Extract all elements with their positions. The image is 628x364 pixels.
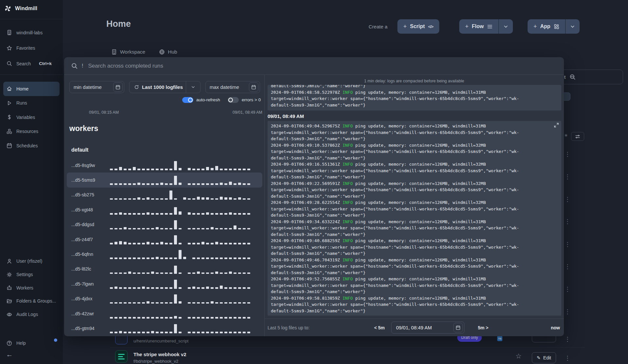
row-menu-button[interactable]: ⋮ xyxy=(565,196,570,202)
code-icon: </> xyxy=(428,24,433,29)
sidebar-item-resources[interactable]: Resources xyxy=(0,124,63,139)
tab-hub-label: Hub xyxy=(168,49,177,55)
tab-workspace[interactable]: Workspace xyxy=(111,49,145,55)
worker-name: ...d5-7lgwn xyxy=(71,281,110,287)
worker-row[interactable]: ...d5-ddgsd xyxy=(67,217,262,232)
row-menu-button[interactable]: ⋮ xyxy=(565,286,570,292)
worker-row[interactable]: ...d5-4jdxx xyxy=(67,291,262,306)
max-datetime-input[interactable]: max datetime xyxy=(205,81,260,93)
chevron-down-icon xyxy=(503,24,509,29)
log-line: 2024-09-01T06:49:40.688259Z INFO ping up… xyxy=(271,238,558,244)
worker-row[interactable]: ...d5-l82lc xyxy=(67,262,262,276)
time-range-end: 09/01, 08:49 AM xyxy=(233,110,262,115)
create-flow-button[interactable]: + Flow xyxy=(459,19,498,34)
calendar-icon[interactable] xyxy=(453,323,463,332)
edit-button[interactable]: ✎ Edit xyxy=(532,352,556,363)
worker-name: ...d5-xgt48 xyxy=(71,207,110,212)
calendar-icon[interactable] xyxy=(249,82,258,92)
log-line: target=windmill_worker::worker span={"ho… xyxy=(271,148,558,155)
runs-search-modal: ! min datetime Last 1000 logfiles max da… xyxy=(64,57,564,336)
log-footer: Last 5 log files up to: < 5m 09/01, 08:4… xyxy=(264,319,564,336)
create-flow-dropdown-button[interactable] xyxy=(498,19,513,34)
log-line: 2024-09-01T06:49:28.622554Z INFO ping up… xyxy=(271,199,558,206)
create-app-dropdown-button[interactable] xyxy=(565,19,580,34)
log-datetime-input[interactable]: 09/01, 08:49 AM xyxy=(391,322,464,334)
sidebar-item-user-rfiszel[interactable]: User (rfiszel) xyxy=(0,255,63,268)
row-menu-button[interactable]: ⋮ xyxy=(565,336,570,342)
home-icon xyxy=(7,86,12,91)
log-line: 2024-09-01T06:49:10.537862Z INFO ping up… xyxy=(271,142,558,149)
favorite-star-icon[interactable]: ☆ xyxy=(515,352,522,360)
worker-group-title: default xyxy=(71,147,88,153)
sidebar-nav-group: HomeRunsVariablesResourcesSchedules xyxy=(0,82,63,153)
log-line: target=windmill_worker::worker span={"ho… xyxy=(271,129,558,136)
sidebar-help-row: Help xyxy=(0,336,63,350)
worker-name: ...d5-gtm94 xyxy=(71,326,110,331)
worker-row[interactable]: ...d5-gtm94 xyxy=(67,321,262,336)
script-path: f/bd/stripe_webhook_v2 xyxy=(133,359,178,364)
completed-runs-search-input[interactable] xyxy=(87,62,564,70)
sidebar-item-windmill-labs[interactable]: windmill-labs xyxy=(0,25,63,41)
sidebar-item-audit-logs[interactable]: Audit Logs xyxy=(0,308,63,321)
errors-only-toggle[interactable] xyxy=(228,97,239,103)
filter-sliders-button[interactable] xyxy=(571,132,584,141)
folder-icon xyxy=(7,298,12,304)
min-datetime-input[interactable]: min datetime xyxy=(69,81,124,93)
worker-row[interactable]: ...d5-6qfnn xyxy=(67,247,262,261)
back-5m-button[interactable]: < 5m xyxy=(374,325,385,330)
tab-hub[interactable]: Hub xyxy=(159,49,177,55)
sidebar-item-folders-groups[interactable]: Folders & Groups... xyxy=(0,294,63,308)
log-line: target=windmill_worker::worker span={"ho… xyxy=(271,244,558,251)
log-line: default-5sms9-Jmn1G","name":"worker"} xyxy=(271,212,558,219)
keyboard-shortcut: Ctrl+k xyxy=(39,61,52,66)
sidebar-item-label: Variables xyxy=(16,115,35,120)
worker-row[interactable]: ...d5-z44f7 xyxy=(67,232,262,247)
sidebar-item-workers[interactable]: Workers xyxy=(0,281,63,294)
row-menu-button[interactable]: ⋮ xyxy=(565,241,570,247)
sidebar-item-schedules[interactable]: Schedules xyxy=(0,139,63,153)
sidebar-item-label: windmill-labs xyxy=(16,30,43,35)
logfiles-range-dropdown[interactable]: Last 1000 logfiles xyxy=(129,81,201,93)
sidebar-item-runs[interactable]: Runs xyxy=(0,96,63,110)
row-menu-button[interactable]: ⋮ xyxy=(565,174,570,180)
auto-refresh-toggle[interactable] xyxy=(182,97,193,103)
worker-activity-sparkline xyxy=(110,190,250,200)
row-menu-button[interactable]: ⋮ xyxy=(565,309,570,315)
edit-button-label: Edit xyxy=(543,355,551,360)
sidebar-item-search[interactable]: SearchCtrl+k xyxy=(0,56,63,72)
worker-row[interactable]: ...d5-42zwr xyxy=(67,306,262,321)
row-menu-button[interactable]: ⋮ xyxy=(565,264,570,270)
dollar-icon xyxy=(7,114,12,120)
sidebar-item-favorites[interactable]: Favorites xyxy=(0,41,63,56)
now-button[interactable]: now xyxy=(551,325,560,330)
row-menu-button[interactable]: ⋮ xyxy=(565,151,570,157)
sidebar-item-home[interactable]: Home xyxy=(3,82,60,96)
worker-row[interactable]: ...d5-xgt48 xyxy=(67,202,262,217)
sidebar-item-help[interactable]: Help xyxy=(0,336,63,350)
worker-activity-sparkline xyxy=(110,160,250,170)
worker-row[interactable]: ...d5-sb275 xyxy=(67,188,262,202)
calendar-icon[interactable] xyxy=(113,82,123,92)
row-menu-button[interactable]: ⋮ xyxy=(565,355,570,361)
create-app-button[interactable]: + App xyxy=(528,19,565,34)
expand-icon[interactable] xyxy=(554,123,559,128)
range-dropdown-chevron[interactable] xyxy=(186,81,200,93)
sidebar-item-variables[interactable]: Variables xyxy=(0,110,63,124)
worker-row[interactable]: ...d5-8sg9w xyxy=(67,158,262,173)
brand[interactable]: Windmill xyxy=(4,3,37,14)
boxes-icon xyxy=(7,129,12,134)
forward-5m-button[interactable]: 5m > xyxy=(478,325,488,330)
row-menu-button[interactable]: ⋮ xyxy=(565,219,570,224)
worker-name: ...d5-z44f7 xyxy=(71,237,110,242)
create-flow-button-group: + Flow xyxy=(459,19,513,34)
create-app-label: App xyxy=(540,24,550,29)
sidebar-item-settings[interactable]: Settings xyxy=(0,268,63,281)
collapse-sidebar-button[interactable]: ← xyxy=(5,350,14,359)
log-line: target=windmill_worker::worker span={"ho… xyxy=(271,187,558,193)
person-icon xyxy=(7,258,12,264)
sidebar-bottom-group: User (rfiszel)SettingsWorkersFolders & G… xyxy=(0,255,63,321)
worker-name: ...d5-ddgsd xyxy=(71,222,110,227)
create-script-button[interactable]: + Script </> xyxy=(397,19,439,34)
worker-row[interactable]: ...d5-7lgwn xyxy=(67,276,262,291)
worker-row[interactable]: ...d5-5sms9 xyxy=(67,173,262,187)
